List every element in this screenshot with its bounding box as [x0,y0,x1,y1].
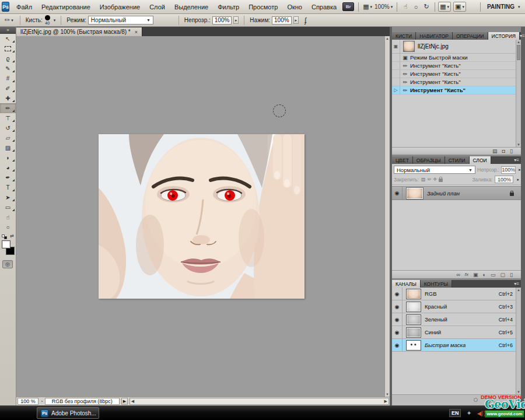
adjustment-layer-icon[interactable]: ◐ [483,272,486,278]
lock-position-icon[interactable]: ✛ [433,177,437,182]
history-state-row[interactable]: ✏ Инструмент "Кисть" [392,78,516,86]
history-source-cell[interactable]: ▷ [392,86,400,94]
history-state-row[interactable]: ✏ Инструмент "Кисть" [392,70,516,78]
chevron-down-icon[interactable]: ▾ [54,18,56,23]
shape-tool[interactable]: ▭ [0,202,16,212]
path-selection-tool[interactable]: ➤ [0,192,16,202]
default-colors-button[interactable] [2,235,7,239]
blend-mode-select[interactable]: Нормальный ▼ [88,16,153,24]
brush-tool[interactable]: ✏ [0,103,16,113]
quick-selection-tool[interactable]: ✎ [0,64,16,74]
tray-swirl-icon[interactable]: ✦ [466,410,471,417]
scroll-up-icon[interactable]: ▲ [516,288,521,292]
flow-input[interactable]: 100% [272,16,292,24]
history-source-cell[interactable]: ▣ [392,40,400,53]
clone-stamp-tool[interactable]: ⊤ [0,113,16,123]
zoom-tool[interactable]: ○ [0,222,16,232]
link-layers-icon[interactable]: ∞ [456,272,460,278]
layer-blend-mode-select[interactable]: Нормальный ▼ [394,166,475,174]
fill-slider-arrow[interactable]: ▸ [517,177,519,182]
channel-visibility-toggle[interactable]: ◉ [392,326,402,338]
scroll-up-icon[interactable]: ▲ [516,40,521,44]
channel-visibility-toggle[interactable]: ◉ [392,313,402,326]
scroll-right-icon[interactable]: ▶ [384,399,387,404]
tab-layers[interactable]: СЛОИ [470,156,491,164]
history-source-cell[interactable] [392,54,400,61]
history-state-row-selected[interactable]: ▷ ✏ Инструмент "Кисть" [392,86,516,94]
panel-menu-icon[interactable]: ▾≡ [514,156,521,164]
history-state-row[interactable]: ▣ Режим Быстрой маски [392,54,516,62]
canvas-horizontal-scrollbar[interactable]: ◀ ▶ [130,398,389,405]
eraser-tool[interactable]: ▱ [0,133,16,143]
history-snapshot-row[interactable]: ▣ llZjEtNjc.jpg [392,40,516,54]
menu-help[interactable]: Справка [307,0,341,13]
channel-row-red[interactable]: ◉ Красный Ctrl+3 [392,300,516,313]
channel-visibility-toggle[interactable]: ◉ [392,288,402,300]
taskbar-photoshop-button[interactable]: Ps Adobe Photosh... [37,407,99,419]
tab-channels[interactable]: КАНАЛЫ [392,280,421,288]
foreground-color-swatch[interactable] [2,240,10,249]
gradient-tool[interactable]: ▨ [0,143,16,153]
tab-history[interactable]: ИСТОРИЯ [488,32,520,40]
channel-visibility-toggle[interactable]: ◉ [392,300,402,313]
lock-all-icon[interactable] [439,178,443,182]
view-extras-button[interactable]: ▦▾ [362,2,373,12]
photoshop-app-icon[interactable]: Ps [2,2,9,12]
menu-filter[interactable]: Фильтр [213,0,244,13]
lasso-tool[interactable]: ϱ [0,54,16,64]
pen-tool[interactable]: ✒ [0,173,16,183]
scroll-left-icon[interactable]: ◀ [131,399,134,404]
menu-file[interactable]: Файл [12,0,37,13]
rotate-view-button[interactable]: ↻ [421,2,432,12]
status-menu-arrow[interactable]: ▶ [121,398,128,405]
lock-pixels-icon[interactable]: ✏ [428,177,432,182]
scroll-down-icon[interactable]: ▼ [385,393,390,396]
eyedropper-tool[interactable]: ✐ [0,83,16,93]
tab-paths[interactable]: КОНТУРЫ [421,280,452,288]
new-layer-icon[interactable]: ▢ [501,272,506,278]
channel-row-green[interactable]: ◉ Зеленый Ctrl+4 [392,313,516,326]
channel-row-blue[interactable]: ◉ Синий Ctrl+5 [392,326,516,339]
tab-swatches[interactable]: ОБРАЗЦЫ [413,156,445,164]
menu-edit[interactable]: Редактирование [37,0,95,13]
tab-actions[interactable]: ОПЕРАЦИИ [453,32,488,40]
opacity-slider-arrow[interactable]: ▸ [519,167,521,172]
scroll-up-icon[interactable]: ▲ [385,37,390,40]
move-tool[interactable]: ↖ [0,34,16,44]
opacity-slider-arrow[interactable]: ▸ [233,16,239,24]
panel-menu-icon[interactable]: ▾≡ [514,280,521,288]
history-source-cell[interactable] [392,62,400,69]
menu-select[interactable]: Выделение [170,0,213,13]
airbrush-toggle[interactable]: ʄ [300,15,311,25]
hand-tool-button[interactable]: ☝ [400,2,411,12]
history-source-cell[interactable] [392,78,400,86]
lock-transparency-icon[interactable]: ▨ [421,177,426,182]
new-document-from-state-icon[interactable]: ▤ [492,148,498,154]
tab-styles[interactable]: СТИЛИ [445,156,470,164]
document-tab[interactable]: llZjEtNjc.jpg @ 100% (Быстрая маска/8) *… [16,27,142,36]
language-indicator[interactable]: EN [449,409,461,417]
delete-state-trash-icon[interactable]: ▯ [510,148,513,154]
menu-view[interactable]: Просмотр [244,0,282,13]
tray-speaker-icon[interactable]: ◀)) [477,410,485,416]
hand-tool[interactable]: ☝ [0,212,16,222]
channel-row-quick-mask[interactable]: ◉ Быстрая маска Ctrl+6 [392,339,516,352]
tab-navigator[interactable]: НАВИГАТОР [416,32,453,40]
delete-layer-trash-icon[interactable]: ▯ [510,272,513,278]
brush-preset-picker[interactable]: 40 [45,15,50,25]
screen-mode-button[interactable]: ▣▾ [453,2,466,12]
opacity-input[interactable]: 100% [212,16,232,24]
channel-visibility-toggle[interactable]: ◉ [392,339,402,351]
history-state-row[interactable]: ✏ Инструмент "Кисть" [392,62,516,70]
status-zoom-input[interactable]: 100 % [18,398,38,405]
layer-opacity-input[interactable]: 100% [501,166,516,174]
dodge-tool[interactable]: ◕ [0,163,16,173]
layer-visibility-toggle[interactable]: ◉ [392,187,402,200]
scrollbar-thumb[interactable] [517,45,520,60]
layer-fill-input[interactable]: 100% [495,176,513,183]
history-source-cell[interactable] [392,70,400,78]
zoom-level-dropdown[interactable]: 100%▾ [373,2,394,12]
channels-scrollbar[interactable]: ▲ ▼ [516,288,521,394]
add-layer-mask-icon[interactable]: ▣ [473,272,478,278]
new-group-icon[interactable]: ▭ [491,272,496,278]
